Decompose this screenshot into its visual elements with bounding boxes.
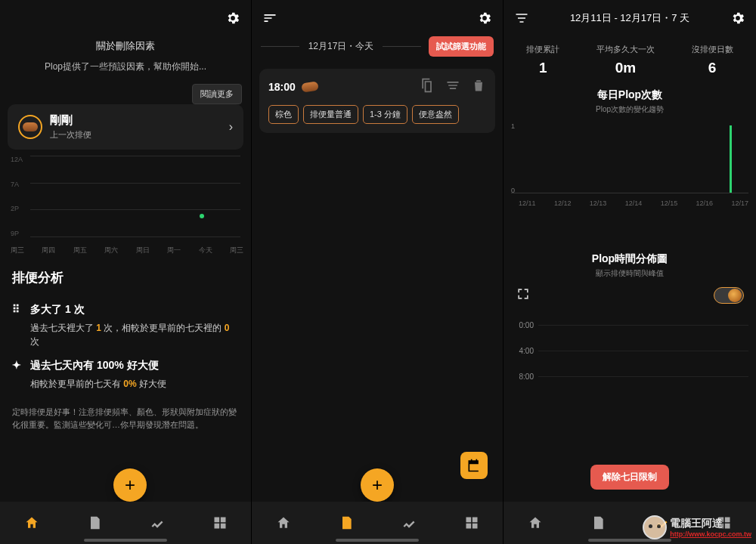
- settings-icon[interactable]: [476, 9, 494, 27]
- chip-feeling: 便意盎然: [412, 105, 459, 124]
- nav-log[interactable]: [336, 512, 357, 533]
- sort-icon[interactable]: [261, 9, 279, 27]
- log-entry-card[interactable]: 18:00 棕色 排便量普通 1-3 分鐘 便意盎然: [259, 69, 495, 133]
- grid-icon: ⠿: [12, 303, 24, 315]
- date-range[interactable]: 12月11日 - 12月17日・7 天: [570, 11, 689, 25]
- analysis-item: ⠿多大了 1 次 過去七天裡大了 1 次，相較於更早前的七天裡的 0 次: [12, 303, 239, 348]
- last-plop-card[interactable]: 剛剛 上一次排便 ›: [8, 104, 243, 150]
- chart-toggle[interactable]: [714, 287, 744, 304]
- expand-icon[interactable]: [516, 286, 531, 304]
- chart1-subtitle: Plop次數的變化趨勢: [503, 104, 756, 115]
- edit-icon[interactable]: [445, 78, 460, 96]
- stat-total: 排便累計1: [526, 44, 559, 76]
- stat-avg: 平均多久大一次0m: [596, 44, 655, 76]
- chart2-title: Plop時間分佈圖: [503, 252, 756, 266]
- chip-amount: 排便量普通: [303, 105, 358, 124]
- nav-more[interactable]: [461, 512, 482, 533]
- chevron-right-icon: ›: [229, 120, 233, 134]
- nav-trends[interactable]: [651, 512, 672, 533]
- nav-trends[interactable]: [147, 512, 168, 533]
- copy-icon[interactable]: [420, 78, 435, 96]
- chart2-subtitle: 顯示排便時間與峰值: [503, 268, 756, 279]
- nav-home[interactable]: [273, 512, 294, 533]
- poop-ring-icon: [18, 115, 42, 139]
- bottom-nav: [252, 502, 503, 544]
- home-indicator: [588, 539, 671, 542]
- delete-icon[interactable]: [471, 78, 486, 96]
- chip-color: 棕色: [268, 105, 299, 124]
- time-distribution-chart: 0:00 4:00 8:00: [511, 312, 748, 389]
- stat-empty-days: 沒排便日數6: [692, 44, 733, 76]
- nav-more[interactable]: [209, 512, 231, 533]
- data-point: [200, 214, 204, 218]
- home-indicator: [84, 539, 167, 542]
- settings-icon[interactable]: [224, 9, 242, 27]
- settings-icon[interactable]: [729, 9, 747, 27]
- chip-duration: 1-3 分鐘: [363, 105, 407, 124]
- week-scatter-chart: 12A 7A 2P 9P 周三周四周五周六周日周一今天周三: [8, 156, 243, 255]
- nav-log[interactable]: [587, 512, 609, 533]
- nav-home[interactable]: [525, 512, 546, 533]
- bottom-nav: [503, 502, 756, 544]
- intro-description: Plop提供了一些預設因素，幫助你開始...: [12, 60, 239, 73]
- footnote-text: 定時排便是好事！注意排便頻率、顏色、形狀與附加症狀的變化很重要。監測這些變化可……: [0, 401, 251, 435]
- card-title: 剛剛: [50, 113, 91, 128]
- bottom-nav: [0, 502, 251, 544]
- intro-title: 關於刪除因素: [12, 39, 239, 53]
- chart1-title: 每日Plop次數: [503, 88, 756, 102]
- read-more-button[interactable]: 閱讀更多: [192, 84, 242, 104]
- add-fab-button[interactable]: +: [113, 468, 147, 502]
- nav-trends[interactable]: [398, 512, 420, 533]
- analysis-section-title: 排便分析: [0, 255, 251, 292]
- sparkle-icon: ✦: [12, 359, 24, 371]
- nav-more[interactable]: [714, 512, 735, 533]
- analysis-item: ✦過去七天內有 100% 好大便 相較於更早前的七天有 0% 好大便: [12, 359, 239, 391]
- filter-promo-button[interactable]: 試試篩選功能: [429, 36, 494, 57]
- home-indicator: [336, 539, 419, 542]
- date-header: 12月17日・今天: [305, 40, 377, 53]
- poop-icon: [301, 82, 318, 93]
- filter-icon[interactable]: [513, 9, 531, 27]
- add-fab-button[interactable]: +: [361, 468, 394, 502]
- entry-time: 18:00: [268, 81, 296, 93]
- card-subtitle: 上一次排便: [50, 129, 91, 141]
- nav-home[interactable]: [21, 512, 42, 533]
- unlock-button[interactable]: 解除七日限制: [590, 465, 669, 490]
- nav-log[interactable]: [84, 512, 105, 533]
- calendar-button[interactable]: [460, 452, 488, 479]
- daily-bar-chart: 10: [511, 125, 748, 193]
